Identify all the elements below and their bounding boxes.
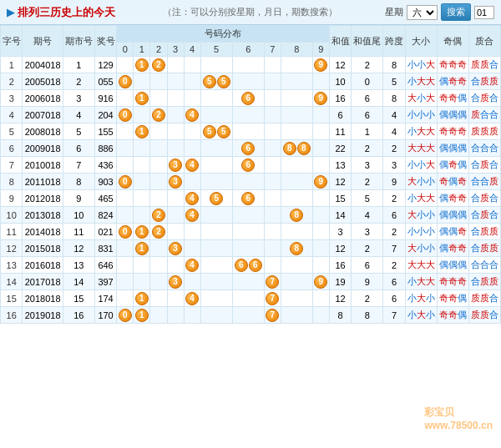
- number-ball: 0: [119, 75, 132, 88]
- number-ball: 1: [135, 92, 149, 105]
- wei-cell: 2: [352, 240, 383, 257]
- number-ball: 4: [185, 192, 199, 205]
- zh-cell: 合合合: [468, 140, 500, 157]
- table-row: 3200601839161691668大小大奇奇偶合质合: [1, 90, 501, 107]
- zh-cell: 质质合: [468, 307, 500, 324]
- dist-cell: [200, 140, 232, 157]
- dist-cell: [281, 90, 312, 107]
- dist-cell: [232, 207, 264, 224]
- number-ball: 9: [314, 275, 327, 289]
- search-input[interactable]: [474, 6, 494, 19]
- dist-cell: [200, 174, 232, 190]
- number-ball: 3: [169, 175, 182, 189]
- he-cell: 22: [329, 140, 351, 157]
- dist-cell: [117, 57, 134, 73]
- dist-cell: 88: [281, 140, 312, 157]
- number-ball: 1: [135, 242, 149, 255]
- number-ball: 8: [290, 209, 303, 222]
- dx-cell: 小大大: [405, 73, 437, 90]
- dx-cell: 大小小: [405, 240, 437, 257]
- wei-cell: 2: [352, 140, 383, 157]
- seq-cell: 2: [63, 73, 94, 90]
- wei-cell: 2: [352, 174, 383, 190]
- row-num: 15: [1, 290, 23, 307]
- dist-cell: [312, 190, 329, 207]
- dx-cell: 小大小: [405, 307, 437, 324]
- number-ball: 1: [135, 225, 149, 239]
- kua-cell: 8: [383, 57, 405, 73]
- award-cell: 903: [94, 174, 116, 190]
- dx-cell: 小大大: [405, 123, 437, 140]
- number-ball: 3: [169, 275, 182, 289]
- dist-cell: [200, 57, 232, 73]
- qo-cell: 奇奇奇: [437, 274, 468, 290]
- dist-cell: [264, 107, 281, 123]
- he-cell: 13: [329, 157, 351, 174]
- number-ball: 6: [241, 192, 255, 205]
- dist-cell: [167, 224, 184, 240]
- row-num: 5: [1, 123, 23, 140]
- zh-cell: 合质合: [468, 157, 500, 174]
- qo-cell: 偶偶偶: [437, 257, 468, 274]
- dist-cell: [184, 90, 200, 107]
- dist-cell: [232, 123, 264, 140]
- table-row: 102013018108242481446大小小偶偶偶合质合: [1, 207, 501, 224]
- table-row: 16201901816170017887小大小奇奇偶质质合: [1, 307, 501, 324]
- number-ball: 1: [135, 58, 149, 72]
- he-cell: 14: [329, 207, 351, 224]
- seq-cell: 15: [63, 290, 94, 307]
- seq-cell: 3: [63, 90, 94, 107]
- dist-cell: [134, 190, 150, 207]
- dist-cell: [150, 307, 167, 324]
- dist-cell: [200, 157, 232, 174]
- search-button[interactable]: 搜索: [441, 3, 471, 21]
- dx-cell: 小大大: [405, 190, 437, 207]
- dist-cell: 0: [117, 107, 134, 123]
- table-row: 420070184204024664小小小偶偶偶质合合: [1, 107, 501, 123]
- dist-cell: [281, 274, 312, 290]
- period-cell: 2013018: [23, 207, 63, 224]
- seq-cell: 16: [63, 307, 94, 324]
- dist-cell: [264, 57, 281, 73]
- number-ball: 1: [135, 292, 149, 305]
- dist-cell: 55: [200, 123, 232, 140]
- dist-cell: [150, 257, 167, 274]
- dist-cell: [312, 123, 329, 140]
- period-cell: 2012018: [23, 190, 63, 207]
- kua-cell: 2: [383, 190, 405, 207]
- dx-cell: 大小小: [405, 207, 437, 224]
- dist-cell: [281, 224, 312, 240]
- zh-cell: 合质质: [468, 224, 500, 240]
- dist-cell: [312, 257, 329, 274]
- qo-cell: 偶奇奇: [437, 73, 468, 90]
- dist-cell: 4: [184, 257, 200, 274]
- dist-cell: [184, 57, 200, 73]
- dist-cell: [167, 90, 184, 107]
- dist-cell: 1: [134, 240, 150, 257]
- dist-cell: [200, 290, 232, 307]
- dist-cell: [184, 240, 200, 257]
- qo-cell: 偶奇奇: [437, 240, 468, 257]
- kua-cell: 5: [383, 73, 405, 90]
- dist-cell: [281, 257, 312, 274]
- dist-cell: 66: [232, 257, 264, 274]
- period-cell: 2008018: [23, 123, 63, 140]
- number-ball: 2: [152, 225, 165, 239]
- dist-cell: 3: [167, 174, 184, 190]
- number-ball: 4: [185, 292, 199, 305]
- dx-cell: 大小大: [405, 90, 437, 107]
- number-ball: 7: [266, 309, 279, 322]
- zh-cell: 质质合: [468, 290, 500, 307]
- weekday-select[interactable]: 一二三四五六日: [407, 5, 438, 20]
- dist-cell: [167, 257, 184, 274]
- number-ball: 8: [297, 142, 311, 155]
- dist-cell: [167, 207, 184, 224]
- qo-cell: 奇奇偶: [437, 290, 468, 307]
- row-num: 4: [1, 107, 23, 123]
- row-num: 2: [1, 73, 23, 90]
- seq-cell: 1: [63, 57, 94, 73]
- seq-cell: 12: [63, 240, 94, 257]
- he-cell: 6: [329, 107, 351, 123]
- dx-cell: 小小小: [405, 107, 437, 123]
- seq-cell: 4: [63, 107, 94, 123]
